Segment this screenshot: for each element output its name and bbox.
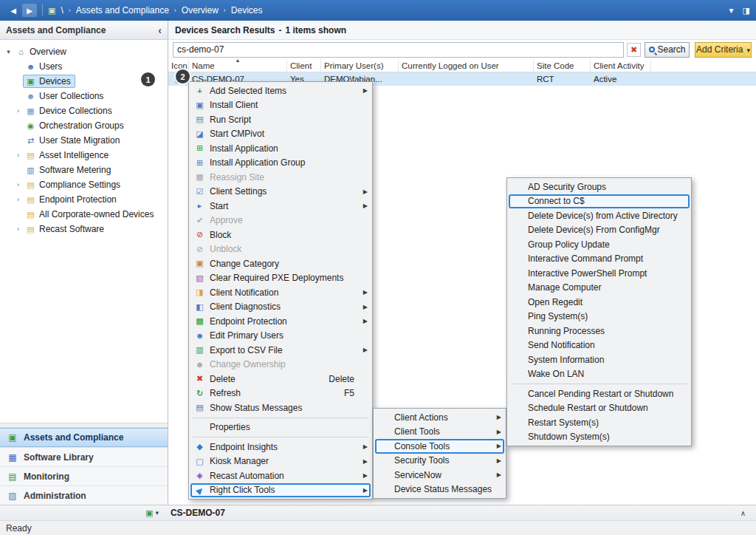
console-menu-item-delete-device-s-from-configmgr[interactable]: Delete Device(s) From ConfigMgr [509,223,690,238]
breadcrumb-item-overview[interactable]: Overview [182,5,219,16]
context-menu-item-delete[interactable]: ✖DeleteDelete [190,372,371,386]
console-menu-item-open-regedit[interactable]: Open Regedit [509,295,690,310]
context-menu-item-start[interactable]: ▸Start▶ [190,199,371,214]
context-menu-item-change-category[interactable]: ▣Change Category [190,256,371,271]
tree-expander-icon[interactable]: › [13,151,23,159]
menu-item-label: Cancel Pending Restart or Shutdown [528,389,679,399]
context-menu-item-kiosk-manager[interactable]: ▢Kiosk Manager▶ [190,454,371,469]
forward-button[interactable] [22,4,37,17]
refresh-icon: ↻ [193,389,206,398]
console-menu-item-wake-on-lan[interactable]: Wake On LAN [509,367,690,382]
context-menu-item-endpoint-insights[interactable]: ◆Endpoint Insights▶ [190,440,371,454]
search-button[interactable]: Search [645,42,690,58]
workspace-button-monitoring[interactable]: ▤Monitoring [0,466,168,485]
add-criteria-button[interactable]: Add Criteria [695,42,752,58]
context-menu-item-approve[interactable]: ✔Approve [190,214,371,228]
column-header-currently-logged-on-user[interactable]: Currently Logged on User [399,59,534,72]
context-menu-item-add-selected-items[interactable]: +Add Selected Items▶ [190,84,371,98]
context-menu-item-right-click-tools[interactable]: ▶Right Click Tools▶ [190,483,371,498]
back-button[interactable] [6,4,21,17]
rct-menu-item-client-tools[interactable]: Client Tools▶ [375,425,504,440]
console-menu-item-ad-security-groups[interactable]: AD Security Groups [509,180,690,194]
sidebar-item-endpoint-protection[interactable]: ›▤Endpoint Protection [0,192,168,207]
sidebar-item-overview[interactable]: ▾⌂Overview [0,44,168,59]
address-dropdown-icon[interactable] [729,5,734,16]
tree-expander-icon[interactable]: › [13,181,23,188]
clear-search-icon[interactable] [627,43,641,57]
breadcrumb-item-devices[interactable]: Devices [231,5,263,16]
menu-item-label: Endpoint Insights [210,442,360,452]
collapse-detail-pane-icon[interactable] [740,509,746,517]
context-menu-item-install-client[interactable]: ▣Install Client [190,98,371,113]
tree-expander-icon[interactable]: ▾ [4,48,13,55]
context-menu-item-properties[interactable]: Properties [190,420,371,435]
column-header-primary-user-s[interactable]: Primary User(s) [321,59,399,72]
search-input[interactable] [173,42,624,58]
collapse-pane-icon[interactable] [158,24,162,36]
tree-expander-icon[interactable]: › [13,225,23,233]
column-header-client[interactable]: Client [287,59,321,72]
sidebar-item-asset-intelligence[interactable]: ›▤Asset Intelligence [0,148,168,163]
context-menu-item-client-settings[interactable]: ☑Client Settings▶ [190,185,371,200]
console-menu-item-restart-system-s[interactable]: Restart System(s) [509,415,690,430]
context-menu-item-install-application[interactable]: ⊞Install Application [190,141,371,156]
device-dropdown-icon[interactable] [155,509,159,517]
console-menu-item-ping-system-s[interactable]: Ping System(s) [509,310,690,324]
context-menu-item-client-notification[interactable]: ◨Client Notification▶ [190,285,371,300]
sidebar-item-recast-software[interactable]: ›▤Recast Software [0,222,168,236]
context-menu-item-unblock[interactable]: ⊘Unblock [190,242,371,257]
sidebar-item-software-metering[interactable]: ▥Software Metering [0,163,168,177]
sidebar-item-all-corporate-owned-devices[interactable]: ▤All Corporate-owned Devices [0,207,168,222]
rct-menu-item-console-tools[interactable]: Console Tools▶ [375,439,504,454]
workspace-button-software-library[interactable]: ▦Software Library [0,447,168,466]
breadcrumb-separator-icon: › [224,7,226,14]
column-header-name[interactable]: Name [189,59,287,72]
workspace-button-administration[interactable]: ▨Administration [0,485,168,505]
console-menu-item-system-information[interactable]: System Information [509,352,690,367]
console-menu-item-delete-device-s-from-active-directory[interactable]: Delete Device(s) from Active Directory [509,208,690,223]
sidebar-item-users[interactable]: ☻Users [0,59,168,74]
sidebar-item-orchestration-groups[interactable]: ◉Orchestration Groups [0,118,168,133]
column-header-client-activity[interactable]: Client Activity [591,59,651,72]
rct-menu-item-servicenow[interactable]: ServiceNow▶ [375,468,504,483]
console-menu-item-group-policy-update[interactable]: Group Policy Update [509,237,690,252]
context-menu-item-recast-automation[interactable]: ◈Recast Automation▶ [190,468,371,483]
context-menu-item-run-script[interactable]: ▤Run Script [190,112,371,127]
window-options-icon[interactable] [743,5,750,16]
sidebar-item-device-collections[interactable]: ›▦Device Collections [0,103,168,118]
context-menu-item-refresh[interactable]: ↻RefreshF5 [190,386,371,401]
rct-menu-item-client-actions[interactable]: Client Actions▶ [375,410,504,425]
context-menu-item-change-ownership[interactable]: ☻Change Ownership [190,358,371,372]
context-menu-item-block[interactable]: ⊘Block [190,228,371,242]
breadcrumb-item-assets-and-compliance[interactable]: Assets and Compliance [76,5,169,16]
context-menu-item-export-to-csv-file[interactable]: ▥Export to CSV File▶ [190,343,371,358]
context-menu-item-start-cmpivot[interactable]: ◪Start CMPivot [190,127,371,142]
console-menu-item-shutdown-system-s[interactable]: Shutdown System(s) [509,430,690,445]
console-menu-item-manage-computer[interactable]: Manage Computer [509,281,690,296]
console-menu-item-schedule-restart-or-shutdown[interactable]: Schedule Restart or Shutdown [509,401,690,416]
context-menu-item-edit-primary-users[interactable]: ☻Edit Primary Users [190,329,371,344]
context-menu-item-clear-required-pxe-deployments[interactable]: ▧Clear Required PXE Deployments [190,271,371,286]
console-menu-item-interactive-powershell-prompt[interactable]: Interactive PowerShell Prompt [509,266,690,281]
console-menu-item-cancel-pending-restart-or-shutdown[interactable]: Cancel Pending Restart or Shutdown [509,386,690,401]
console-menu-item-running-processes[interactable]: Running Processes [509,324,690,338]
console-menu-item-connect-to-c[interactable]: Connect to C$ [509,194,690,209]
breadcrumb-root[interactable]: \ [61,5,63,16]
workspace-splitter[interactable] [0,423,168,428]
context-menu-item-client-diagnostics[interactable]: ◧Client Diagnostics▶ [190,300,371,315]
tree-expander-icon[interactable]: › [13,107,23,115]
context-menu-item-endpoint-protection[interactable]: ▩Endpoint Protection▶ [190,314,371,329]
console-menu-item-interactive-command-prompt[interactable]: Interactive Command Prompt [509,252,690,267]
console-menu-item-send-notification[interactable]: Send Notification [509,338,690,353]
context-menu-item-install-application-group[interactable]: ⊞Install Application Group [190,156,371,171]
workspace-button-assets-and-compliance[interactable]: ▣Assets and Compliance [0,428,168,447]
tree-expander-icon[interactable]: › [13,196,23,203]
sidebar-item-user-collections[interactable]: ☻User Collections [0,89,168,103]
sidebar-item-user-state-migration[interactable]: ⇄User State Migration [0,133,168,148]
rct-menu-item-security-tools[interactable]: Security Tools▶ [375,454,504,468]
context-menu-item-show-status-messages[interactable]: ▤Show Status Messages [190,401,371,415]
rct-menu-item-device-status-messages[interactable]: Device Status Messages [375,483,504,497]
context-menu-item-reassign-site[interactable]: ▦Reassign Site [190,170,371,185]
column-header-site-code[interactable]: Site Code [534,59,591,72]
sidebar-item-compliance-settings[interactable]: ›▤Compliance Settings [0,177,168,192]
